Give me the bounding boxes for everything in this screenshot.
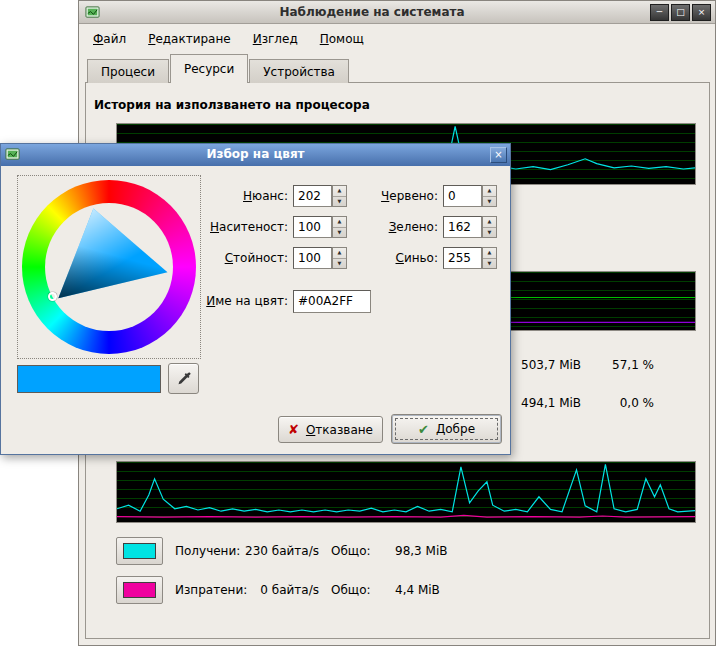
system-monitor-icon (85, 5, 100, 20)
network-chart-svg (117, 462, 695, 522)
saturation-spinner[interactable]: ▲ ▼ (332, 216, 347, 238)
received-total: 98,3 MiB (395, 544, 447, 558)
blue-input[interactable]: 255 (443, 247, 482, 269)
dialog-titlebar: Избор на цвят × (1, 144, 510, 166)
window-controls: ─ □ × (650, 4, 711, 21)
cancel-button-label: Отказване (306, 423, 373, 437)
blue-spinner[interactable]: ▲ ▼ (482, 247, 497, 269)
cancel-button[interactable]: ✘ Отказване (278, 416, 383, 443)
color-name-label: Име на цвят: (186, 294, 288, 308)
tab-devices[interactable]: Устройства (249, 59, 349, 83)
hue-input[interactable]: 202 (293, 185, 332, 207)
menu-edit[interactable]: Редактиране (138, 29, 241, 49)
value-spin-up-icon[interactable]: ▲ (333, 248, 346, 259)
color-selector-marker[interactable] (48, 292, 57, 301)
network-sent-line (117, 515, 695, 517)
received-rate: 230 байта/s (224, 544, 319, 558)
red-spinner[interactable]: ▲ ▼ (482, 185, 497, 207)
sent-color-button[interactable] (116, 576, 163, 604)
sent-rate: 0 байта/s (224, 583, 319, 597)
memory-percent: 57,1 % (562, 358, 654, 372)
value-label: Стойност: (196, 251, 288, 265)
received-total-label: Общо: (331, 544, 371, 558)
green-label: Зелено: (346, 220, 438, 234)
eyedropper-icon (176, 371, 192, 387)
cpu-history-heading: История на използването на процесора (94, 98, 370, 112)
value-spinner[interactable]: ▲ ▼ (332, 247, 347, 269)
dialog-title: Избор на цвят (27, 147, 484, 161)
red-input[interactable]: 0 (443, 185, 482, 207)
menu-view[interactable]: Изглед (243, 29, 308, 49)
value-input[interactable]: 100 (293, 247, 332, 269)
dialog-app-icon (5, 147, 20, 162)
cancel-x-icon: ✘ (288, 422, 299, 437)
blue-label: Синьо: (346, 251, 438, 265)
hue-spinner[interactable]: ▲ ▼ (332, 185, 347, 207)
network-received-line (117, 464, 695, 511)
menubar: Файл Редактиране Изглед Помощ (83, 27, 374, 51)
color-name-input[interactable]: #00A2FF (293, 290, 371, 313)
red-spin-up-icon[interactable]: ▲ (483, 186, 496, 197)
ok-button-label: Добре (436, 422, 475, 436)
ok-button[interactable]: ✔ Добре (391, 414, 502, 444)
red-spin-down-icon[interactable]: ▼ (483, 197, 496, 207)
desktop: Наблюдение на системата ─ □ × Файл Редак… (0, 0, 717, 647)
swap-percent: 0,0 % (562, 396, 654, 410)
eyedropper-button[interactable] (168, 363, 199, 394)
hue-spin-up-icon[interactable]: ▲ (333, 186, 346, 197)
minimize-button[interactable]: ─ (650, 4, 669, 21)
value-spin-down-icon[interactable]: ▼ (333, 259, 346, 269)
tab-strip: Процеси Ресурси Устройства (87, 54, 350, 83)
hue-label: Нюанс: (196, 189, 288, 203)
ok-check-icon: ✔ (418, 422, 429, 437)
color-picker-dialog: Избор на цвят × Нюанс: 202 ▲ ▼ (0, 143, 511, 455)
dialog-close-button[interactable]: × (490, 147, 507, 163)
red-label: Червено: (346, 189, 438, 203)
menu-file[interactable]: Файл (83, 29, 136, 49)
blue-spin-up-icon[interactable]: ▲ (483, 248, 496, 259)
blue-spin-down-icon[interactable]: ▼ (483, 259, 496, 269)
green-input[interactable]: 162 (443, 216, 482, 238)
close-button[interactable]: × (692, 4, 711, 21)
sent-total: 4,4 MiB (395, 583, 440, 597)
network-history-chart (116, 461, 696, 523)
green-spin-down-icon[interactable]: ▼ (483, 228, 496, 238)
green-spinner[interactable]: ▲ ▼ (482, 216, 497, 238)
hue-spin-down-icon[interactable]: ▼ (333, 197, 346, 207)
saturation-input[interactable]: 100 (293, 216, 332, 238)
saturation-label: Наситеност: (196, 220, 288, 234)
received-color-button[interactable] (116, 537, 163, 565)
main-titlebar: Наблюдение на системата ─ □ × (79, 1, 715, 24)
selected-color-preview (17, 365, 161, 393)
received-color-swatch (123, 543, 156, 559)
sent-color-swatch (123, 582, 156, 598)
saturation-spin-up-icon[interactable]: ▲ (333, 217, 346, 228)
window-title: Наблюдение на системата (109, 5, 635, 19)
green-spin-up-icon[interactable]: ▲ (483, 217, 496, 228)
color-wheel[interactable] (17, 175, 201, 359)
menu-help[interactable]: Помощ (310, 29, 374, 49)
tab-resources[interactable]: Ресурси (170, 54, 248, 83)
sent-total-label: Общо: (331, 583, 371, 597)
saturation-spin-down-icon[interactable]: ▼ (333, 228, 346, 238)
tab-processes[interactable]: Процеси (87, 59, 169, 83)
maximize-button[interactable]: □ (671, 4, 690, 21)
